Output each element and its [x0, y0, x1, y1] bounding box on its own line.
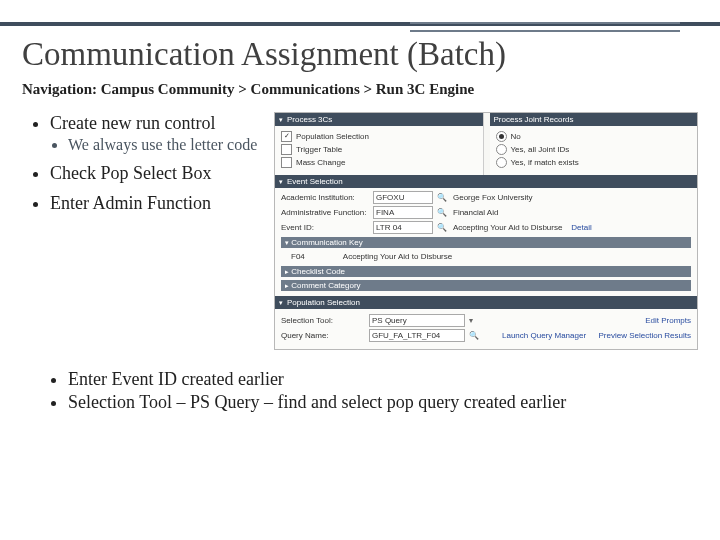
value-event-desc: Accepting Your Aid to Disburse	[453, 223, 562, 232]
checkbox-trigger-table[interactable]	[281, 144, 292, 155]
dropdown-icon[interactable]: ▾	[469, 316, 473, 325]
label-selection-tool: Selection Tool:	[281, 316, 365, 325]
label-mass-change: Mass Change	[296, 158, 345, 167]
input-selection-tool[interactable]: PS Query	[369, 314, 465, 327]
checkbox-population-selection[interactable]: ✓	[281, 131, 292, 142]
subsection-communication-key[interactable]: ▾ Communication Key	[281, 237, 691, 248]
lookup-icon[interactable]: 🔍	[437, 208, 449, 217]
sub-bullet-letter-code: We always use the letter code	[68, 135, 262, 156]
label-admin-func: Administrative Function:	[281, 208, 369, 217]
input-institution[interactable]: GFOXU	[373, 191, 433, 204]
input-admin-func[interactable]: FINA	[373, 206, 433, 219]
value-admin-func-desc: Financial Aid	[453, 208, 691, 217]
input-event-id[interactable]: LTR 04	[373, 221, 433, 234]
link-launch-query[interactable]: Launch Query Manager	[502, 331, 586, 340]
link-edit-prompts[interactable]: Edit Prompts	[645, 316, 691, 325]
radio-yes-all[interactable]	[496, 144, 507, 155]
bullet-enter-event-id: Enter Event ID created earlier	[68, 368, 698, 391]
left-bullet-list: Create new run control We always use the…	[32, 112, 262, 221]
link-detail[interactable]: Detail	[571, 223, 591, 232]
lookup-icon[interactable]: 🔍	[437, 193, 449, 202]
checkbox-mass-change[interactable]	[281, 157, 292, 168]
label-institution: Academic Institution:	[281, 193, 369, 202]
comm-key-desc: Accepting Your Aid to Disburse	[343, 252, 452, 261]
label-event-id: Event ID:	[281, 223, 369, 232]
subsection-checklist-code[interactable]: ▸ Checklist Code	[281, 266, 691, 277]
label-population-selection: Population Selection	[296, 132, 369, 141]
collapse-icon[interactable]: ▾	[279, 299, 283, 307]
section-population-selection: ▾ Population Selection	[275, 296, 697, 309]
section-process-joint: Process Joint Records	[490, 113, 698, 126]
input-query-name[interactable]: GFU_FA_LTR_F04	[369, 329, 465, 342]
value-institution-desc: George Fox University	[453, 193, 691, 202]
lookup-icon[interactable]: 🔍	[437, 223, 449, 232]
subsection-comment-category[interactable]: ▸ Comment Category	[281, 280, 691, 291]
header-rule	[0, 22, 720, 26]
collapse-icon[interactable]: ▾	[279, 178, 283, 186]
lookup-icon[interactable]: 🔍	[469, 331, 479, 340]
slide-title: Communication Assignment (Batch)	[0, 26, 720, 77]
breadcrumb: Navigation: Campus Community > Communica…	[0, 77, 720, 112]
lower-bullet-list: Enter Event ID created earlier Selection…	[0, 350, 720, 415]
radio-no[interactable]	[496, 131, 507, 142]
label-query-name: Query Name:	[281, 331, 365, 340]
comm-key-code: F04	[291, 252, 305, 261]
radio-yes-if-match[interactable]	[496, 157, 507, 168]
bullet-check-pop-select: Check Pop Select Box	[50, 162, 262, 185]
bullet-enter-admin-func: Enter Admin Function	[50, 192, 262, 215]
bullet-selection-tool-psquery: Selection Tool – PS Query – find and sel…	[68, 391, 698, 414]
section-event-selection: ▾ Event Selection	[275, 175, 697, 188]
label-trigger-table: Trigger Table	[296, 145, 342, 154]
app-screenshot: ▾ Process 3Cs ✓ Population Selection Tri…	[274, 112, 698, 350]
bullet-create-run-control: Create new run control We always use the…	[50, 112, 262, 156]
section-process-3cs: ▾ Process 3Cs	[275, 113, 483, 126]
link-preview-results[interactable]: Preview Selection Results	[599, 331, 691, 340]
collapse-icon[interactable]: ▾	[279, 116, 283, 124]
